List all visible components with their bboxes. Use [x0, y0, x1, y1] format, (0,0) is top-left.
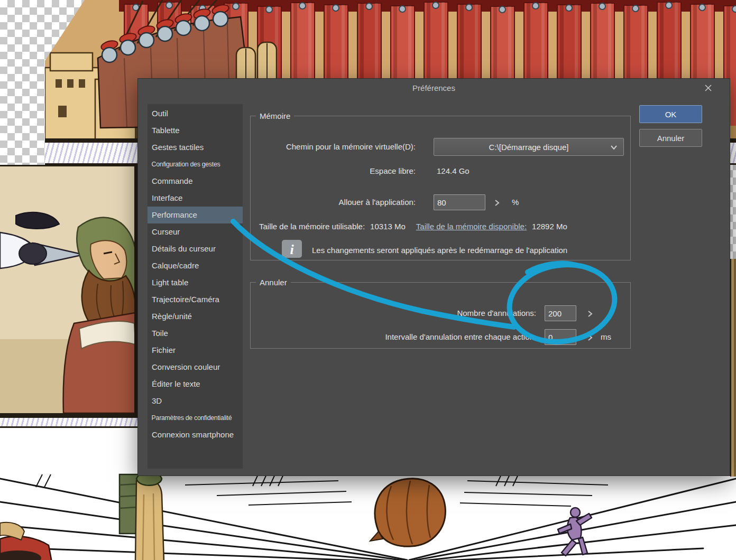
sidebar-item-calque-cadre[interactable]: Calque/cadre — [148, 257, 243, 274]
svg-text:i: i — [290, 242, 294, 257]
undo-group-legend: Annuler — [256, 278, 291, 287]
usable-memory-value: 10313 Mo — [370, 222, 406, 231]
undo-interval-input[interactable] — [545, 329, 576, 345]
undo-count-label: Nombre d'annulations: — [457, 309, 536, 318]
virtual-memory-value: C:\[Démarrage disque] — [489, 143, 569, 152]
sidebar-item-gestes-tactiles[interactable]: Gestes tactiles — [148, 139, 243, 156]
comic-panel-bearded-man — [0, 165, 139, 416]
sidebar-item-interface[interactable]: Interface — [148, 190, 243, 207]
available-memory-value: 12892 Mo — [532, 222, 567, 231]
allocate-unit: % — [512, 198, 519, 207]
sidebar-item-details-du-curseur[interactable]: Détails du curseur — [148, 240, 243, 257]
sidebar-item-outil[interactable]: Outil — [148, 105, 243, 122]
undo-interval-label: Intervalle d'annulation entre chaque act… — [385, 332, 536, 341]
sidebar-item-3d[interactable]: 3D — [148, 393, 243, 409]
dialog-title: Préférences — [412, 83, 455, 92]
dialog-titlebar[interactable]: Préférences — [138, 79, 730, 97]
ok-button[interactable]: OK — [639, 105, 702, 123]
sidebar-item-parametres-confidentialite[interactable]: Paramètres de confidentialité — [148, 409, 238, 426]
usable-memory-label: Taille de la mémoire utilisable: — [259, 222, 365, 231]
allocate-label: Allouer à l'application: — [339, 198, 416, 207]
memory-group: Mémoire Chemin pour la mémoire virtuelle… — [250, 111, 631, 260]
sidebar-item-commande[interactable]: Commande — [148, 173, 243, 190]
sidebar-item-conversion-couleur[interactable]: Conversion couleur — [148, 359, 243, 376]
allocate-input[interactable] — [434, 194, 485, 210]
comic-gutter-left — [0, 416, 139, 428]
undo-count-input[interactable] — [545, 305, 576, 321]
close-icon[interactable] — [704, 83, 712, 92]
chevron-down-icon — [609, 143, 619, 154]
restart-notice: Les changements seront appliqués après l… — [312, 246, 567, 255]
allocate-expand-icon[interactable] — [493, 199, 501, 207]
preferences-dialog: Préférences Outil Tablette Gestes tactil… — [137, 78, 730, 476]
virtual-memory-label: Chemin pour la mémoire virtuelle(D): — [286, 142, 416, 151]
sidebar-item-regle-unite[interactable]: Règle/unité — [148, 308, 243, 325]
sidebar-item-performance[interactable]: Performance — [148, 207, 243, 223]
sidebar-item-toile[interactable]: Toile — [148, 325, 243, 342]
sidebar-item-light-table[interactable]: Light table — [148, 274, 243, 291]
free-space-label: Espace libre: — [370, 166, 416, 175]
category-list: Outil Tablette Gestes tactiles Configura… — [148, 104, 243, 469]
free-space-value: 124.4 Go — [437, 166, 470, 175]
sidebar-item-connexion-smartphone[interactable]: Connexion smartphone — [148, 426, 243, 443]
info-icon: i — [281, 239, 302, 260]
comic-panel-right-sliver — [730, 259, 736, 477]
sidebar-item-configuration-des-gestes[interactable]: Configuration des gestes — [148, 156, 238, 173]
sidebar-item-editer-le-texte[interactable]: Éditer le texte — [148, 376, 243, 393]
memory-group-legend: Mémoire — [256, 111, 294, 120]
cancel-button[interactable]: Annuler — [639, 129, 702, 147]
undo-interval-expand-icon[interactable] — [586, 333, 594, 342]
sidebar-item-tablette[interactable]: Tablette — [148, 122, 243, 139]
screenshot-root: Préférences Outil Tablette Gestes tactil… — [0, 0, 736, 560]
sidebar-item-trajectoire-camera[interactable]: Trajectoire/Caméra — [148, 291, 243, 308]
undo-interval-unit: ms — [601, 332, 611, 341]
undo-group: Annuler Nombre d'annulations: Intervalle… — [250, 278, 631, 349]
undo-count-expand-icon[interactable] — [586, 310, 594, 318]
sidebar-item-fichier[interactable]: Fichier — [148, 342, 243, 359]
virtual-memory-dropdown[interactable]: C:\[Démarrage disque] — [434, 138, 624, 156]
memory-size-row: Taille de la mémoire utilisable: 10313 M… — [259, 222, 567, 231]
available-memory-link[interactable]: Taille de la mémoire disponible: — [416, 222, 527, 231]
sidebar-item-curseur[interactable]: Curseur — [148, 223, 243, 240]
